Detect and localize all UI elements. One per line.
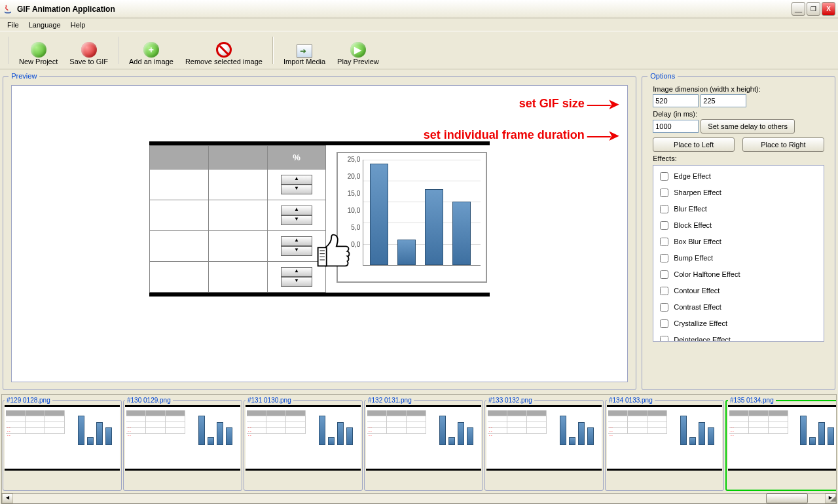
play-preview-button[interactable]: ▶ Play Preview <box>333 33 384 67</box>
chart-bar <box>452 202 471 265</box>
effect-checkbox[interactable] <box>660 319 668 328</box>
frame-label: #129 0128.png <box>5 397 52 404</box>
annotation-delay-text: set individual frame duration <box>424 128 585 142</box>
chart-ylabel: 20,0 <box>342 173 360 180</box>
spinner[interactable]: ▲▼ <box>281 206 312 225</box>
same-delay-button[interactable]: Set same delay to others <box>701 119 795 134</box>
preview-frame: % ▲▼ ▲▼ ▲▼ ▲▼ <box>149 141 490 297</box>
toolbar: New Project Save to GIF + Add an image R… <box>0 31 838 69</box>
scroll-track[interactable] <box>13 494 825 503</box>
add-icon: + <box>143 42 159 58</box>
minimize-button[interactable]: __ <box>792 2 805 16</box>
place-left-button[interactable]: Place to Left <box>653 137 735 152</box>
effects-list[interactable]: Edge EffectSharpen EffectBlur EffectBloc… <box>653 165 824 342</box>
resize-grip-icon[interactable]: ◢ <box>830 493 837 503</box>
effect-item[interactable]: Crystallize Effect <box>656 315 821 332</box>
effect-label: Block Effect <box>674 221 712 229</box>
effect-label: Bump Effect <box>674 254 713 262</box>
effect-label: Crystallize Effect <box>674 319 727 327</box>
delay-input[interactable] <box>653 120 699 133</box>
frame-thumbnail: - -- -- - <box>607 405 722 471</box>
effect-item[interactable]: Edge Effect <box>656 168 821 185</box>
timeline-frame[interactable]: #135 0134.png- -- -- - <box>725 397 837 491</box>
place-right-button[interactable]: Place to Right <box>742 137 824 152</box>
timeline-frame[interactable]: #131 0130.png- -- -- - <box>244 397 363 491</box>
effect-checkbox[interactable] <box>660 270 668 279</box>
preview-panel: Preview set GIF size ――➤ set individual … <box>3 72 636 390</box>
table-header-pct: % <box>267 145 326 169</box>
maximize-button[interactable]: ❐ <box>807 2 820 16</box>
new-project-label: New Project <box>19 58 58 65</box>
effect-item[interactable]: Sharpen Effect <box>656 185 821 201</box>
effect-checkbox[interactable] <box>660 238 668 246</box>
scroll-left-button[interactable]: ◄ <box>2 494 13 503</box>
add-image-button[interactable]: + Add an image <box>124 33 178 67</box>
effect-checkbox[interactable] <box>660 205 668 213</box>
remove-image-button[interactable]: Remove selected image <box>181 33 267 67</box>
menu-language[interactable]: Language <box>24 20 65 30</box>
effect-checkbox[interactable] <box>660 172 668 181</box>
effect-checkbox[interactable] <box>660 287 668 295</box>
height-input[interactable] <box>701 94 746 107</box>
spinner[interactable]: ▲▼ <box>281 267 312 287</box>
arrow-icon: ――➤ <box>587 96 617 112</box>
timeline-frame[interactable]: #132 0131.png- -- -- - <box>364 397 483 491</box>
effect-label: Box Blur Effect <box>674 238 721 245</box>
frame-label: #135 0134.png <box>728 397 776 404</box>
chart-ylabel: 15,0 <box>342 190 360 197</box>
timeline-scrollbar[interactable]: ◄ ► <box>1 493 837 504</box>
frame-label: #130 0129.png <box>125 397 173 404</box>
dimension-label: Image dimension (width x height): <box>653 85 824 93</box>
arrow-icon: ――➤ <box>587 128 617 143</box>
timeline-frame[interactable]: #134 0133.png- -- -- - <box>605 397 724 491</box>
new-project-button[interactable]: New Project <box>14 33 62 67</box>
effect-checkbox[interactable] <box>660 336 668 342</box>
effect-item[interactable]: Bump Effect <box>656 250 821 266</box>
annotation-size: set GIF size ――➤ <box>519 96 617 112</box>
effect-label: Edge Effect <box>674 172 711 180</box>
preview-table: % ▲▼ ▲▼ ▲▼ ▲▼ <box>149 145 326 293</box>
width-input[interactable] <box>653 94 699 107</box>
effect-label: Blur Effect <box>674 205 707 213</box>
effect-checkbox[interactable] <box>660 254 668 262</box>
add-image-label: Add an image <box>129 58 173 65</box>
menu-help[interactable]: Help <box>66 20 90 30</box>
import-icon <box>297 45 312 58</box>
preview-canvas: set GIF size ――➤ set individual frame du… <box>11 85 628 382</box>
toolbar-separator <box>272 37 274 64</box>
toolbar-separator <box>118 37 119 64</box>
spinner[interactable]: ▲▼ <box>281 175 312 194</box>
frame-label: #132 0131.png <box>366 397 414 404</box>
effect-item[interactable]: Color Halftone Effect <box>656 266 821 283</box>
effect-item[interactable]: Contrast Effect <box>656 299 821 315</box>
scroll-thumb[interactable] <box>766 494 808 503</box>
options-panel: Options Image dimension (width x height)… <box>642 72 835 390</box>
close-button[interactable]: X <box>822 2 835 16</box>
timeline-frames[interactable]: #129 0128.png- -- -- -#130 0129.png- -- … <box>1 394 837 493</box>
frame-thumbnail: - -- -- - <box>728 405 837 471</box>
menu-file[interactable]: File <box>3 20 24 30</box>
chart-bar <box>370 164 388 265</box>
timeline-frame[interactable]: #130 0129.png- -- -- - <box>123 397 242 491</box>
spinner[interactable]: ▲▼ <box>281 236 312 256</box>
chart-bar <box>397 240 416 265</box>
import-media-button[interactable]: Import Media <box>279 33 330 67</box>
timeline-frame[interactable]: #129 0128.png- -- -- - <box>3 397 122 491</box>
delay-label: Delay (in ms): <box>653 110 824 118</box>
timeline-frame[interactable]: #133 0132.png- -- -- - <box>484 397 604 491</box>
play-icon: ▶ <box>350 42 366 58</box>
save-gif-button[interactable]: Save to GIF <box>65 33 113 67</box>
effect-item[interactable]: Blur Effect <box>656 201 821 217</box>
window-title: GIF Animation Application <box>17 5 792 14</box>
effect-checkbox[interactable] <box>660 303 668 312</box>
effect-item[interactable]: Deinterlace Effect <box>656 332 821 342</box>
remove-icon <box>216 42 232 58</box>
effect-item[interactable]: Block Effect <box>656 217 821 234</box>
effect-checkbox[interactable] <box>660 221 668 230</box>
annotation-size-text: set GIF size <box>519 97 585 111</box>
save-gif-label: Save to GIF <box>69 58 108 65</box>
frame-thumbnail: - -- -- - <box>366 405 481 471</box>
effect-checkbox[interactable] <box>660 189 668 197</box>
effect-item[interactable]: Box Blur Effect <box>656 234 821 250</box>
effect-item[interactable]: Contour Effect <box>656 283 821 299</box>
